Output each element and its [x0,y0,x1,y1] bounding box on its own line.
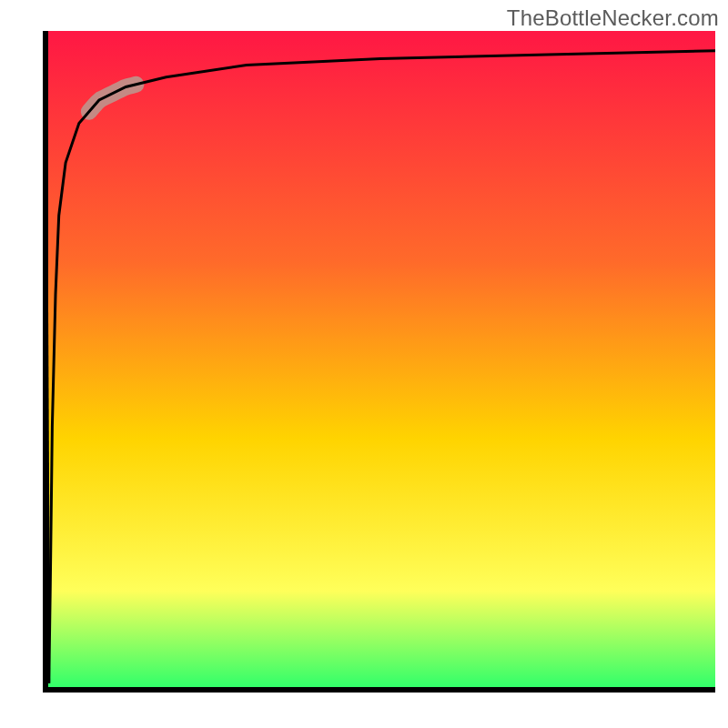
plot-background [46,31,715,690]
chart-stage: TheBottleNecker.com [0,0,728,728]
chart-svg [0,0,728,728]
